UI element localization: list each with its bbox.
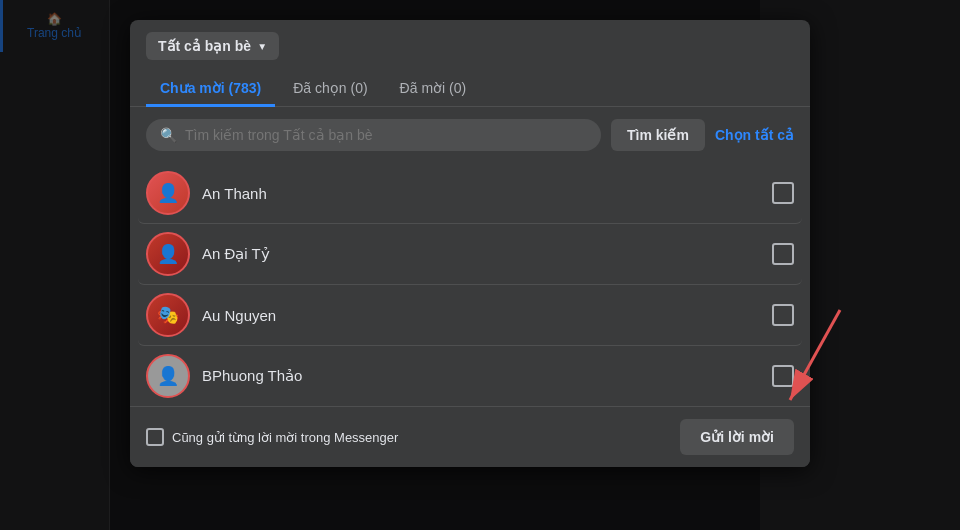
friend-item-4[interactable]: 👤 BPhuong Thảo [138,346,802,406]
tab-chua-moi[interactable]: Chưa mời (783) [146,72,275,107]
checkbox-1[interactable] [772,182,794,204]
friend-item-3[interactable]: 🎭 Au Nguyen [138,285,802,346]
search-button[interactable]: Tìm kiếm [611,119,705,151]
dialog-footer: Cũng gửi từng lời mời trong Messenger Gử… [130,406,810,467]
friend-name-1: An Thanh [202,185,772,202]
checkbox-2[interactable] [772,243,794,265]
messenger-check: Cũng gửi từng lời mời trong Messenger [146,428,668,446]
friend-item-1[interactable]: 👤 An Thanh [138,163,802,224]
messenger-label: Cũng gửi từng lời mời trong Messenger [172,430,398,445]
search-icon: 🔍 [160,127,177,143]
avatar-an-dai-ty: 👤 [146,232,190,276]
friend-list: 👤 An Thanh 👤 An Đại Tỷ 🎭 Au Nguyen 👤 [130,163,810,406]
avatar-au-nguyen: 🎭 [146,293,190,337]
tabs-container: Chưa mời (783) Đã chọn (0) Đã mời (0) [130,72,810,107]
invite-friends-dialog: Tất cả bạn bè ▼ Chưa mời (783) Đã chọn (… [130,20,810,467]
chevron-down-icon: ▼ [257,41,267,52]
tab-da-moi[interactable]: Đã mời (0) [386,72,481,107]
invite-button[interactable]: Gửi lời mời [680,419,794,455]
search-row: 🔍 Tìm kiếm Chọn tất cả [130,107,810,163]
avatar-an-thanh: 👤 [146,171,190,215]
friend-name-4: BPhuong Thảo [202,367,772,385]
filter-label: Tất cả bạn bè [158,38,251,54]
tab-da-chon[interactable]: Đã chọn (0) [279,72,381,107]
search-input[interactable] [185,127,587,143]
filter-dropdown[interactable]: Tất cả bạn bè ▼ [146,32,279,60]
friend-name-2: An Đại Tỷ [202,245,772,263]
friend-item-2[interactable]: 👤 An Đại Tỷ [138,224,802,285]
checkbox-3[interactable] [772,304,794,326]
search-input-wrap: 🔍 [146,119,601,151]
select-all-button[interactable]: Chọn tất cả [715,127,794,143]
dialog-header: Tất cả bạn bè ▼ [130,20,810,60]
messenger-checkbox[interactable] [146,428,164,446]
checkbox-4[interactable] [772,365,794,387]
friend-name-3: Au Nguyen [202,307,772,324]
avatar-bphuong-thao: 👤 [146,354,190,398]
